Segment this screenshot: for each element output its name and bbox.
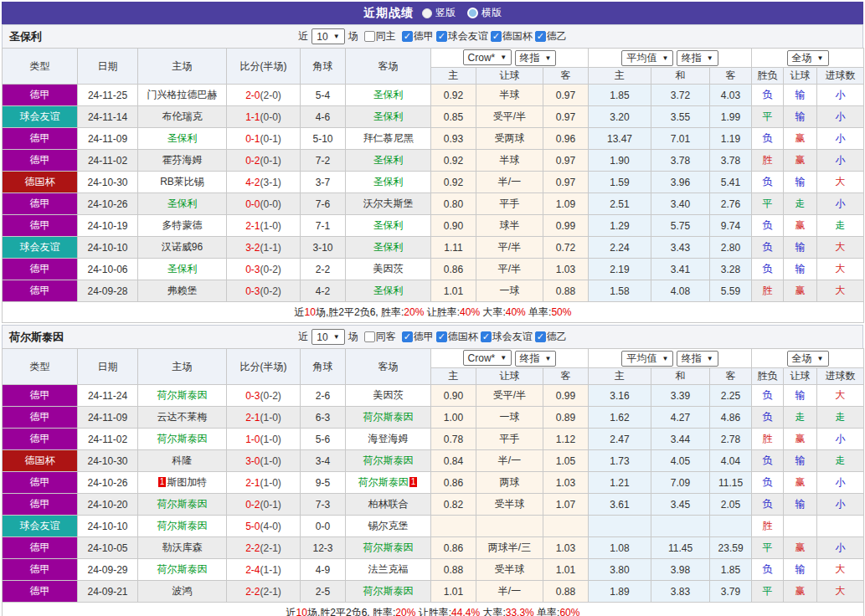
- corner-score: 7-6: [301, 193, 346, 215]
- summary-segment: 50%: [551, 306, 571, 318]
- away-team-link[interactable]: 圣保利: [373, 176, 404, 187]
- result-handicap: 输: [784, 172, 817, 193]
- match-score-link[interactable]: 0-2: [245, 499, 260, 511]
- scope-select-group: 全场▼: [752, 349, 864, 368]
- final-index-select2[interactable]: 终指▼: [677, 351, 718, 367]
- away-team-link[interactable]: 沃尔夫斯堡: [363, 198, 414, 209]
- scope-select[interactable]: 全场▼: [787, 351, 829, 367]
- league-checkbox[interactable]: [481, 331, 492, 342]
- away-team-link[interactable]: 美因茨: [373, 389, 404, 401]
- view-radio-vertical[interactable]: 竖版: [422, 6, 456, 20]
- match-score-link[interactable]: 2-1: [245, 477, 260, 489]
- match-score-link[interactable]: 2-2: [245, 542, 260, 554]
- away-team-link[interactable]: 锡尔克堡: [368, 520, 409, 531]
- home-team-link[interactable]: 荷尔斯泰因: [157, 433, 208, 444]
- final-index-select[interactable]: 终指▼: [515, 50, 557, 66]
- match-score-link[interactable]: 2-2: [245, 586, 260, 598]
- avg-home: 1.89: [589, 581, 651, 603]
- match-score-link[interactable]: 0-2: [245, 155, 260, 167]
- same-side-label: 同主: [376, 29, 396, 44]
- away-team-link[interactable]: 圣保利: [373, 110, 404, 122]
- home-team-link[interactable]: 霍芬海姆: [162, 154, 203, 166]
- match-count-select[interactable]: 10 ▼: [312, 28, 344, 44]
- home-team-link[interactable]: 荷尔斯泰因: [157, 520, 208, 531]
- home-team-link[interactable]: 多特蒙德: [162, 219, 203, 231]
- match-score-link[interactable]: 3-2: [245, 242, 260, 254]
- match-score-link[interactable]: 2-4: [245, 564, 260, 576]
- home-team-link[interactable]: 荷尔斯泰因: [157, 498, 208, 510]
- avg-away: 1.85: [710, 559, 752, 581]
- away-team-link[interactable]: 美因茨: [373, 263, 404, 275]
- home-team-link[interactable]: 荷尔斯泰因: [157, 563, 208, 575]
- home-team-link[interactable]: 弗赖堡: [167, 285, 198, 296]
- same-side-checkbox[interactable]: [364, 331, 375, 342]
- away-team-link[interactable]: 圣保利: [373, 89, 404, 100]
- match-score-link[interactable]: 0-3: [245, 264, 260, 275]
- home-team-link[interactable]: RB莱比锡: [160, 176, 204, 187]
- match-score-link[interactable]: 5-0: [245, 521, 260, 532]
- match-score-link[interactable]: 4-2: [245, 177, 260, 188]
- away-team-link[interactable]: 荷尔斯泰因: [363, 585, 414, 597]
- match-score-link[interactable]: 1-1: [245, 111, 260, 123]
- home-team-link[interactable]: 圣保利: [167, 263, 198, 275]
- away-team-link[interactable]: 圣保利: [373, 241, 404, 253]
- home-team-link[interactable]: 波鸿: [172, 585, 193, 597]
- away-team-link[interactable]: 拜仁慕尼黑: [363, 132, 414, 144]
- company-select[interactable]: Crow*▼: [463, 350, 512, 366]
- league-checkbox[interactable]: [491, 31, 502, 42]
- home-team-link[interactable]: 云达不莱梅: [157, 411, 208, 423]
- match-score-link[interactable]: 2-0: [245, 90, 260, 101]
- result-goals: 小: [817, 106, 864, 128]
- league-checkbox[interactable]: [402, 331, 413, 342]
- league-checkbox[interactable]: [436, 331, 447, 342]
- company-select[interactable]: Crow*▼: [463, 49, 512, 65]
- same-side-checkbox[interactable]: [364, 31, 375, 42]
- average-select[interactable]: 平均值▼: [621, 351, 673, 367]
- away-team-link[interactable]: 荷尔斯泰因: [363, 454, 414, 466]
- radio-selected-icon[interactable]: [422, 8, 432, 18]
- match-score-link[interactable]: 2-1: [245, 220, 260, 232]
- away-team-link[interactable]: 圣保利: [373, 285, 404, 296]
- away-team-link[interactable]: 海登海姆: [368, 433, 409, 444]
- home-team-link[interactable]: 圣保利: [167, 198, 198, 209]
- result-handicap: 输: [784, 385, 817, 407]
- home-team-link[interactable]: 勒沃库森: [162, 542, 203, 553]
- home-team-link[interactable]: 门兴格拉德巴赫: [147, 89, 218, 100]
- away-team-link[interactable]: 柏林联合: [368, 498, 409, 510]
- avg-away: 3.78: [710, 150, 752, 172]
- match-score-link[interactable]: 0-1: [245, 133, 260, 145]
- match-score-link[interactable]: 3-0: [245, 455, 260, 467]
- final-index-select2[interactable]: 终指▼: [677, 50, 718, 66]
- home-team-link[interactable]: 荷尔斯泰因: [157, 389, 208, 401]
- match-count-select[interactable]: 10 ▼: [312, 329, 344, 345]
- match-score-link[interactable]: 2-1: [245, 412, 260, 424]
- match-score-link[interactable]: 0-3: [245, 390, 260, 402]
- final-index-select[interactable]: 终指▼: [515, 351, 557, 367]
- column-header-odds-away: 客: [543, 68, 589, 85]
- league-checkbox[interactable]: [535, 331, 546, 342]
- half-time-score: (3-1): [260, 177, 281, 188]
- radio-unselected-icon[interactable]: [467, 8, 478, 18]
- scope-select[interactable]: 全场▼: [787, 50, 829, 66]
- match-score-link[interactable]: 0-3: [245, 285, 260, 297]
- league-checkbox[interactable]: [436, 31, 447, 42]
- away-team-link[interactable]: 荷尔斯泰因: [363, 411, 414, 423]
- match-score-link[interactable]: 1-0: [245, 434, 260, 445]
- away-team-link[interactable]: 圣保利: [373, 219, 404, 231]
- average-select[interactable]: 平均值▼: [621, 50, 673, 66]
- away-team-link[interactable]: 荷尔斯泰因: [363, 542, 414, 553]
- league-checkbox[interactable]: [535, 31, 546, 42]
- away-team-cell: 圣保利: [346, 172, 431, 193]
- away-team-link[interactable]: 法兰克福: [368, 563, 409, 575]
- home-team-link[interactable]: 布伦瑞克: [162, 110, 203, 122]
- home-team-link[interactable]: 科隆: [172, 454, 193, 466]
- away-team-link[interactable]: 荷尔斯泰因: [358, 476, 409, 488]
- league-checkbox[interactable]: [402, 31, 413, 42]
- home-team-link[interactable]: 斯图加特: [167, 476, 207, 488]
- match-score-link[interactable]: 0-0: [245, 198, 260, 210]
- team-section-holstein: 荷尔斯泰因 近 10 ▼ 场 同客 德甲德国杯球会友谊德乙: [2, 325, 863, 616]
- home-team-link[interactable]: 汉诺威96: [162, 241, 203, 253]
- away-team-link[interactable]: 圣保利: [373, 154, 404, 166]
- home-team-link[interactable]: 圣保利: [167, 132, 198, 144]
- view-radio-horizontal[interactable]: 横版: [467, 6, 502, 20]
